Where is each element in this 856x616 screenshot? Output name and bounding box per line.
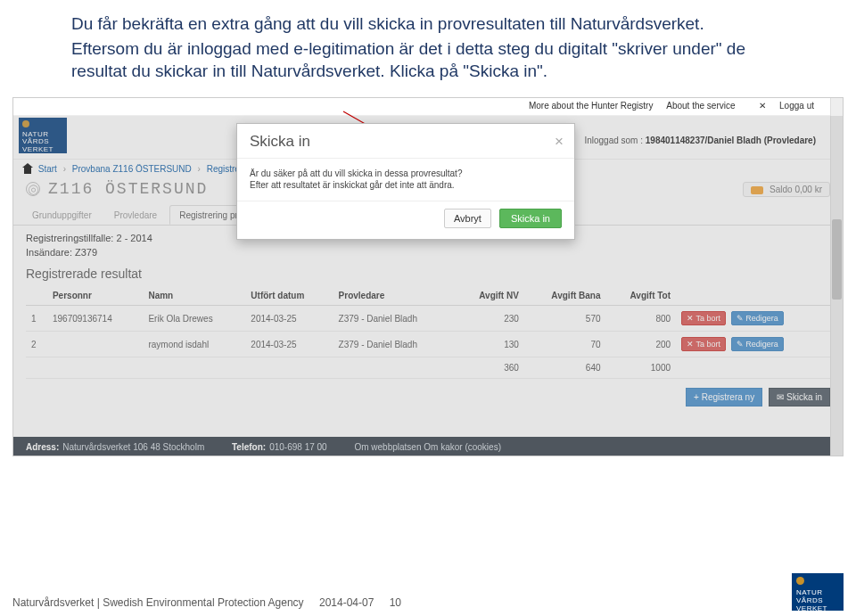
slide-instruction: Du får bekräfta en extra gång att du vil… bbox=[0, 0, 856, 90]
link-more-hunter-registry[interactable]: More about the Hunter Registry bbox=[529, 101, 654, 111]
confirm-submit-modal: Skicka in × Är du säker på att du vill s… bbox=[236, 123, 575, 240]
naturvardsverket-logo-corner: NATUR VÅRDS VERKET bbox=[792, 573, 844, 611]
footer-page: 10 bbox=[390, 596, 401, 609]
slide-footer: Naturvårdsverket | Swedish Environmental… bbox=[12, 596, 401, 609]
modal-close-icon[interactable]: × bbox=[555, 133, 564, 151]
modal-header: Skicka in × bbox=[237, 124, 574, 159]
top-nav: More about the Hunter Registry About the… bbox=[13, 98, 843, 116]
modal-body: Är du säker på att du vill skicka in des… bbox=[237, 159, 574, 201]
link-about-service[interactable]: About the service bbox=[666, 101, 735, 111]
screenshot-container: More about the Hunter Registry About the… bbox=[12, 97, 844, 456]
submit-button[interactable]: Skicka in bbox=[499, 209, 562, 228]
modal-footer: Avbryt Skicka in bbox=[237, 201, 574, 239]
home-icon[interactable] bbox=[22, 165, 33, 174]
close-icon: ✕ bbox=[759, 101, 766, 111]
modal-title: Skicka in bbox=[250, 133, 310, 150]
instruction-p2: Eftersom du är inloggad med e-legitimati… bbox=[71, 37, 785, 83]
instruction-p1: Du får bekräfta en extra gång att du vil… bbox=[71, 12, 785, 36]
cancel-button[interactable]: Avbryt bbox=[444, 209, 491, 228]
footer-org: Naturvårdsverket | Swedish Environmental… bbox=[12, 596, 304, 609]
link-logout[interactable]: ✕ Logga ut bbox=[748, 101, 814, 111]
footer-date: 2014-04-07 bbox=[319, 596, 374, 609]
